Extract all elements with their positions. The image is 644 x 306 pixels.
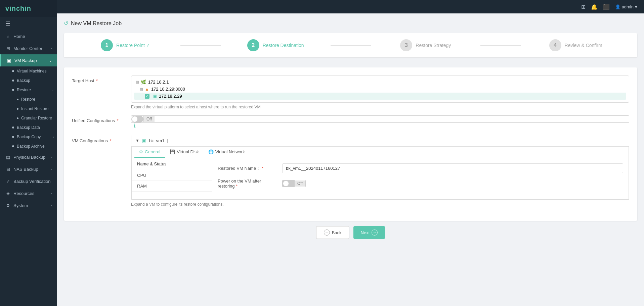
wizard-steps: 1 Restore Point ✓ 2 Restore Destination … [64,33,637,57]
backup-copy-label: Backup Copy [17,135,41,139]
sidebar-item-virtual-machines[interactable]: Virtual Machines [11,66,57,76]
vm-config-header[interactable]: ▼ ▣ bk_vm1 | — [131,135,629,146]
sidebar-item-backup[interactable]: Backup [11,76,57,85]
sidebar-item-restore[interactable]: Restore ⌄ [11,85,57,95]
sidebar-item-physical-backup[interactable]: ▤ Physical Backup › [0,151,57,163]
form-container: Target Host * ▤ 🌿 172.18.2.1 ▤ [64,67,637,221]
power-on-row: Power on the VM after restoring * Off [218,178,623,189]
unified-config-row: Unified Configurations * Off ℹ [72,115,629,129]
verification-icon: ✓ [5,178,11,184]
info-icon[interactable]: ℹ [134,123,136,129]
physical-backup-chevron: › [51,155,52,159]
unified-config-toggle[interactable]: Off [131,115,629,123]
back-button[interactable]: ← Back [316,226,349,239]
connector-1-2 [180,45,221,46]
bell-icon[interactable]: 🔔 [591,4,598,10]
sidebar-item-granular-restore[interactable]: Granular Restore [16,113,57,123]
vm-config-minus-btn[interactable]: — [620,138,625,143]
sidebar-item-backup-data[interactable]: Backup Data [11,123,57,132]
sidebar-item-backup-verification[interactable]: ✓ Backup Verification [0,175,57,187]
home-label: Home [13,34,25,39]
restore-sub-label: Restore [21,97,35,102]
next-circle-icon: → [372,230,378,236]
step-4-label: Review & Confirm [565,43,602,48]
next-button[interactable]: Next → [353,226,385,239]
user-chevron: ▾ [635,4,637,9]
granular-restore-label: Granular Restore [21,116,52,120]
tree-item-0[interactable]: ▤ 🌿 172.18.2.1 [134,79,626,86]
restored-vm-name-input[interactable] [282,163,623,173]
host-hint: Expand the virtual platform to select a … [131,105,629,109]
sidebar-item-backup-archive[interactable]: Backup Archive [11,142,57,151]
toggle-track[interactable] [131,116,143,122]
sidebar-item-backup-copy[interactable]: Backup Copy › [11,132,57,142]
power-on-required: * [236,184,238,189]
nas-backup-label: NAS Backup [13,167,38,172]
step-2: 2 Restore Destination [221,39,331,51]
physical-backup-icon: ▤ [5,154,11,160]
sidebar-item-restore-sub[interactable]: Restore [16,95,57,104]
power-on-toggle[interactable]: Off [282,180,306,187]
vm-config-hint: Expand a VM to configure its restore con… [131,202,629,207]
power-off-label: Off [295,181,305,187]
tab-virtual-disk[interactable]: 💾 Virtual Disk [165,147,204,158]
sidebar-item-system[interactable]: ⚙ System › [0,199,57,211]
monitor-center-label: Monitor Center [13,46,42,51]
restore-label: Restore [17,88,31,92]
resources-chevron: › [51,192,52,195]
tree-node-0-name: 172.18.2.1 [148,80,169,85]
sidebar-item-instant-restore[interactable]: Instant Restore [16,104,57,113]
backup-data-label: Backup Data [17,125,40,130]
virtual-machines-label: Virtual Machines [17,69,47,73]
sidebar-item-resources[interactable]: ◈ Resources › [0,187,57,199]
warning-icon: ▲ [145,87,149,92]
step-2-label: Restore Destination [263,43,304,48]
username: admin [622,4,634,9]
user-menu[interactable]: 👤 admin ▾ [615,4,637,9]
restored-vm-name-row: Restored VM Name： * [218,163,623,173]
power-toggle-track[interactable] [283,180,295,187]
vm-config-field: ▼ ▣ bk_vm1 | — ⚙ Gene [131,135,629,207]
tab-general[interactable]: ⚙ General [134,147,165,158]
logo-text: vinchin [5,5,31,12]
tree-item-2[interactable]: ✓ ▣ 172.18.2.29 [134,93,626,100]
tree-node-1-name: 172.18.2.29:8080 [151,87,185,92]
dot-icon-5 [17,108,18,110]
vm-config-label: VM Configurations * [72,135,126,143]
vm-config-left-panel: Name & Status CPU RAM [132,158,212,199]
bottom-bar: ← Back Next → [64,221,637,239]
vm-config-expanded: ⚙ General 💾 Virtual Disk 🌐 Virtual Netwo [131,146,629,200]
sidebar-item-vm-backup[interactable]: ▣ VM Backup ⌄ [0,54,57,66]
step-1-circle: 1 [101,39,113,51]
host-tree[interactable]: ▤ 🌿 172.18.2.1 ▤ ▲ 172.18.2.29:8080 ✓ [131,75,629,103]
tree-item-1[interactable]: ▤ ▲ 172.18.2.29:8080 [134,86,626,93]
unified-config-label: Unified Configurations * [72,115,126,123]
vm-expand-arrow: ▼ [135,138,139,143]
page-header: ↺ New VM Restore Job [64,20,637,27]
sidebar-item-home[interactable]: ⌂ Home [0,30,57,42]
user-icon: 👤 [615,4,620,9]
grid-icon[interactable]: ⊞ [581,4,586,10]
logo: vinchin [0,0,57,17]
tree-node-2-name: 172.18.2.29 [159,94,182,99]
dot-icon-7 [12,126,14,129]
connector-3-4 [480,45,521,46]
dot-icon-3 [12,89,14,91]
sidebar-item-nas-backup[interactable]: ⊟ NAS Backup › [0,163,57,175]
tab-virtual-network[interactable]: 🌐 Virtual Network [204,147,250,158]
target-host-label: Target Host * [72,75,126,83]
topbar: ⊞ 🔔 ⬛ 👤 admin ▾ [57,0,644,13]
display-icon[interactable]: ⬛ [603,4,610,10]
vm-config-tree: ▼ ▣ bk_vm1 | — ⚙ Gene [131,135,629,200]
vm-icon: ▣ [6,58,12,63]
content-area: ↺ New VM Restore Job 1 Restore Point ✓ 2… [57,13,644,306]
general-tab-icon: ⚙ [139,149,143,154]
hamburger-icon[interactable]: ☰ [0,17,57,30]
checkbox-checked: ✓ [145,94,149,99]
nas-icon: ⊟ [5,166,11,172]
required-marker: * [262,166,263,171]
sidebar-item-monitor-center[interactable]: ⊞ Monitor Center › [0,42,57,54]
step-3-circle: 3 [400,39,412,51]
vm-icon-config: ▣ [142,138,146,143]
vm-config-right-panel: Restored VM Name： * Power on the VM [212,158,629,199]
